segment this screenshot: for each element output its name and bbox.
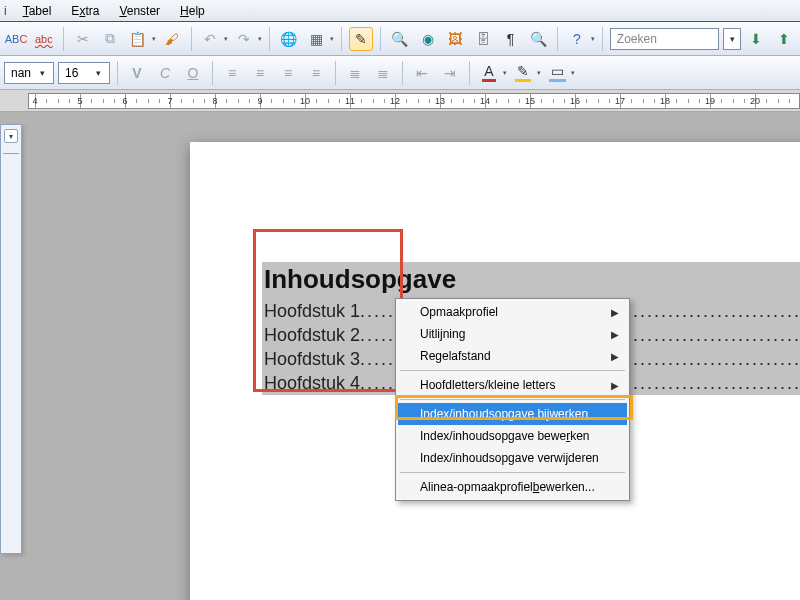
hyperlink-icon[interactable]: 🌐 <box>277 27 301 51</box>
submenu-arrow-icon: ▶ <box>611 307 619 318</box>
chevron-down-icon[interactable]: ▾ <box>591 35 595 43</box>
toolbar-formatting: nan▾ 16▾ V C O ≡ ≡ ≡ ≡ ≣ ≣ ⇤ ⇥ A▾ ✎▾ ▭▾ <box>0 56 800 90</box>
submenu-arrow-icon: ▶ <box>611 329 619 340</box>
separator <box>402 61 403 85</box>
separator <box>212 61 213 85</box>
align-justify-icon[interactable]: ≡ <box>304 61 328 85</box>
annotation-red-box <box>253 229 403 392</box>
menu-item[interactable]: Uitlijning▶ <box>398 323 627 345</box>
underline-icon[interactable]: O <box>181 61 205 85</box>
separator <box>63 27 64 51</box>
side-panel[interactable]: ▾ <box>0 124 22 554</box>
format-paintbrush-icon[interactable]: 🖌 <box>160 27 184 51</box>
toolbar-standard: ABC abc ✂ ⧉ 📋▾ 🖌 ↶▾ ↷▾ 🌐 ▦▾ ✎ 🔍 ◉ 🖼 🗄 ¶ … <box>0 22 800 56</box>
menu-tabel[interactable]: Tabel <box>13 2 62 20</box>
submenu-arrow-icon: ▶ <box>611 351 619 362</box>
chevron-down-icon[interactable]: ▾ <box>330 35 334 43</box>
chevron-down-icon[interactable]: ▾ <box>537 69 541 77</box>
font-color-icon[interactable]: A <box>477 61 501 85</box>
menu-extra[interactable]: Extra <box>61 2 109 20</box>
separator <box>380 27 381 51</box>
menu-item[interactable]: Hoofdletters/kleine letters▶ <box>398 374 627 396</box>
bullet-list-icon[interactable]: ≣ <box>371 61 395 85</box>
cut-icon[interactable]: ✂ <box>71 27 95 51</box>
annotation-orange-box <box>395 395 633 420</box>
separator <box>341 27 342 51</box>
decrease-indent-icon[interactable]: ⇤ <box>410 61 434 85</box>
find-replace-icon[interactable]: 🔍 <box>388 27 412 51</box>
separator <box>269 27 270 51</box>
chevron-down-icon[interactable]: ▾ <box>571 69 575 77</box>
chevron-down-icon[interactable]: ▾ <box>152 35 156 43</box>
align-left-icon[interactable]: ≡ <box>220 61 244 85</box>
highlight-color-icon[interactable]: ✎ <box>511 61 535 85</box>
copy-icon[interactable]: ⧉ <box>98 27 122 51</box>
separator <box>557 27 558 51</box>
search-next-icon[interactable]: ⬇ <box>745 27 769 51</box>
insert-table-icon[interactable]: ▦ <box>305 27 329 51</box>
chevron-down-icon[interactable]: ▾ <box>258 35 262 43</box>
menu-item[interactable]: Index/inhoudsopgave bewerken <box>398 425 627 447</box>
redo-icon[interactable]: ↷ <box>232 27 256 51</box>
menu-venster[interactable]: Venster <box>109 2 170 20</box>
search-input[interactable]: Zoeken <box>610 28 719 50</box>
separator <box>3 153 19 154</box>
highlight-pen-icon[interactable]: ✎ <box>349 27 373 51</box>
numbered-list-icon[interactable]: ≣ <box>343 61 367 85</box>
bold-icon[interactable]: V <box>125 61 149 85</box>
menu-bar: i Tabel Extra Venster Help <box>0 0 800 22</box>
undo-icon[interactable]: ↶ <box>198 27 222 51</box>
horizontal-ruler[interactable]: 4567891011121314151617181920 <box>0 90 800 112</box>
background-color-icon[interactable]: ▭ <box>545 61 569 85</box>
nonprinting-chars-icon[interactable]: ¶ <box>499 27 523 51</box>
increase-indent-icon[interactable]: ⇥ <box>438 61 462 85</box>
font-size-combo[interactable]: 16▾ <box>58 62 110 84</box>
menu-item[interactable]: Alinea-opmaakprofiel bewerken... <box>398 476 627 498</box>
chevron-down-icon[interactable]: ▾ <box>503 69 507 77</box>
italic-icon[interactable]: C <box>153 61 177 85</box>
autospell-icon[interactable]: abc <box>32 27 56 51</box>
gallery-icon[interactable]: 🖼 <box>443 27 467 51</box>
data-sources-icon[interactable]: 🗄 <box>471 27 495 51</box>
menu-truncated: i <box>2 2 13 20</box>
panel-toggle-icon[interactable]: ▾ <box>4 129 18 143</box>
submenu-arrow-icon: ▶ <box>611 380 619 391</box>
menu-help[interactable]: Help <box>170 2 215 20</box>
document-area: ▾ Inhoudsopgave Hoofdstuk 1.............… <box>0 112 800 600</box>
menu-item[interactable]: Opmaakprofiel▶ <box>398 301 627 323</box>
menu-item[interactable]: Index/inhoudsopgave verwijderen <box>398 447 627 469</box>
separator <box>117 61 118 85</box>
menu-item[interactable]: Regelafstand▶ <box>398 345 627 367</box>
font-name-combo[interactable]: nan▾ <box>4 62 54 84</box>
separator <box>469 61 470 85</box>
search-prev-icon[interactable]: ⬆ <box>772 27 796 51</box>
separator <box>602 27 603 51</box>
search-dropdown[interactable]: ▾ <box>723 28 741 50</box>
navigator-icon[interactable]: ◉ <box>416 27 440 51</box>
paste-icon[interactable]: 📋 <box>126 27 150 51</box>
align-right-icon[interactable]: ≡ <box>276 61 300 85</box>
chevron-down-icon[interactable]: ▾ <box>224 35 228 43</box>
help-icon[interactable]: ? <box>565 27 589 51</box>
align-center-icon[interactable]: ≡ <box>248 61 272 85</box>
separator <box>335 61 336 85</box>
separator <box>191 27 192 51</box>
spellcheck-icon[interactable]: ABC <box>4 27 28 51</box>
zoom-icon[interactable]: 🔍 <box>526 27 550 51</box>
